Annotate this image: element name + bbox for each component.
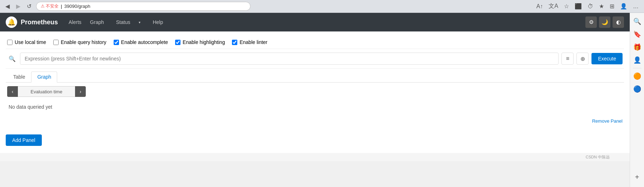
browser-chrome: ◀ ▶ ↺ ⚠ 不安全 | 39090/graph A↑ 文A ☆ ⬛ ⏱ ★ … bbox=[0, 0, 644, 13]
security-warning: ⚠ 不安全 bbox=[41, 3, 59, 9]
expression-input[interactable] bbox=[20, 53, 559, 65]
metrics-icon: ⊕ bbox=[580, 55, 585, 62]
tab-table[interactable]: Table bbox=[7, 72, 31, 82]
enable-autocomplete-label: Enable autocomplete bbox=[121, 39, 168, 45]
navbar: 🔔 Prometheus Alerts Graph Status ▾ bbox=[0, 13, 630, 31]
panel-footer: Remove Panel bbox=[6, 115, 624, 127]
query-bar: 🔍 ≡ ⊕ Execute bbox=[6, 49, 624, 69]
add-favorites-icon[interactable]: ☆ bbox=[562, 2, 571, 11]
nav-status-link[interactable]: Status ▾ bbox=[109, 15, 148, 29]
address-text: 39090/graph bbox=[64, 4, 90, 9]
enable-highlighting-option[interactable]: Enable highlighting bbox=[175, 39, 225, 45]
address-bar[interactable]: ⚠ 不安全 | 39090/graph bbox=[36, 2, 251, 11]
enable-linter-option[interactable]: Enable linter bbox=[232, 39, 267, 45]
contrast-button[interactable]: ◐ bbox=[613, 16, 624, 28]
add-panel-section: Add Panel bbox=[0, 131, 630, 153]
tabs-row: Table Graph bbox=[6, 69, 624, 83]
nav-item-status[interactable]: Status ▾ bbox=[109, 15, 148, 29]
split-screen-icon[interactable]: ⬛ bbox=[573, 2, 584, 11]
sidebar-bookmark-button[interactable]: 🔖 bbox=[631, 29, 643, 40]
enable-linter-checkbox[interactable] bbox=[232, 40, 237, 45]
timer-icon[interactable]: ⏱ bbox=[586, 2, 595, 11]
options-row: Use local time Enable query history Enab… bbox=[6, 36, 624, 49]
eval-time-row: ‹ Evaluation time › bbox=[7, 86, 623, 97]
collections-icon[interactable]: ⊞ bbox=[608, 2, 616, 11]
remove-panel-link[interactable]: Remove Panel bbox=[592, 118, 623, 124]
enable-query-history-checkbox[interactable] bbox=[53, 40, 59, 45]
metrics-explorer-button[interactable]: ⊕ bbox=[576, 53, 589, 65]
translate-icon[interactable]: A↑ bbox=[535, 2, 545, 11]
format-icon: ≡ bbox=[566, 55, 569, 62]
status-dropdown-icon: ▾ bbox=[135, 18, 144, 26]
execute-button[interactable]: Execute bbox=[591, 53, 623, 64]
address-divider: | bbox=[61, 4, 62, 9]
sidebar: 🔍 🔖 🎁 👤 🟠 🔵 + bbox=[630, 13, 644, 161]
settings-gear-button[interactable]: ⚙ bbox=[585, 16, 597, 28]
nav-status-label: Status bbox=[113, 17, 134, 27]
browser-back-button[interactable]: ◀ bbox=[4, 2, 11, 10]
enable-autocomplete-option[interactable]: Enable autocomplete bbox=[114, 39, 168, 45]
no-data-message: No data queried yet bbox=[7, 102, 623, 112]
navbar-nav: Alerts Graph Status ▾ Help bbox=[65, 15, 167, 29]
chevron-right-icon: › bbox=[80, 89, 81, 94]
nav-graph-link[interactable]: Graph bbox=[86, 17, 108, 27]
chevron-left-icon: ‹ bbox=[12, 89, 14, 94]
eval-time-next-button[interactable]: › bbox=[75, 86, 86, 97]
nav-help-link[interactable]: Help bbox=[149, 17, 167, 27]
nav-alerts-link[interactable]: Alerts bbox=[65, 17, 85, 27]
browser-reload-button[interactable]: ↺ bbox=[25, 2, 33, 10]
enable-query-history-option[interactable]: Enable query history bbox=[53, 39, 106, 45]
browser-icons-right: A↑ 文A ☆ ⬛ ⏱ ★ ⊞ 👤 … bbox=[535, 1, 640, 11]
logo-icon: 🔔 bbox=[8, 18, 15, 26]
eval-time-label: Evaluation time bbox=[31, 89, 63, 94]
use-local-time-checkbox[interactable] bbox=[7, 40, 13, 45]
sidebar-edge-button[interactable]: 🔵 bbox=[631, 83, 643, 95]
tab-graph[interactable]: Graph bbox=[31, 72, 57, 83]
nav-item-graph[interactable]: Graph bbox=[86, 17, 108, 27]
prometheus-logo: 🔔 bbox=[6, 16, 17, 28]
table-panel: ‹ Evaluation time › No data queried yet bbox=[6, 83, 624, 115]
format-button[interactable]: ≡ bbox=[561, 53, 574, 65]
enable-highlighting-label: Enable highlighting bbox=[183, 39, 225, 45]
dark-mode-button[interactable]: 🌙 bbox=[599, 16, 610, 28]
nav-item-help[interactable]: Help bbox=[149, 17, 167, 27]
enable-linter-label: Enable linter bbox=[239, 39, 267, 45]
navbar-settings: ⚙ 🌙 ◐ bbox=[585, 16, 624, 28]
favorites-icon[interactable]: ★ bbox=[597, 2, 606, 11]
sidebar-divider bbox=[633, 68, 641, 68]
nav-item-alerts[interactable]: Alerts bbox=[65, 17, 85, 27]
browser-forward-button[interactable]: ▶ bbox=[14, 2, 22, 10]
navbar-title[interactable]: Prometheus bbox=[21, 19, 58, 26]
sidebar-search-button[interactable]: 🔍 bbox=[631, 16, 643, 27]
use-local-time-label: Use local time bbox=[15, 39, 46, 45]
query-search-icon: 🔍 bbox=[7, 55, 17, 62]
profile-icon[interactable]: 👤 bbox=[618, 2, 629, 11]
immersive-reader-icon[interactable]: 文A bbox=[547, 1, 560, 11]
enable-autocomplete-checkbox[interactable] bbox=[114, 40, 119, 45]
navbar-brand: 🔔 Prometheus bbox=[6, 16, 58, 28]
add-panel-button[interactable]: Add Panel bbox=[6, 134, 42, 146]
sidebar-extension-button[interactable]: 🎁 bbox=[631, 41, 643, 53]
sidebar-office-button[interactable]: 🟠 bbox=[631, 70, 643, 82]
enable-highlighting-checkbox[interactable] bbox=[175, 40, 180, 45]
sidebar-profile-button[interactable]: 👤 bbox=[631, 54, 643, 66]
eval-time-prev-button[interactable]: ‹ bbox=[7, 86, 18, 97]
page-content: Use local time Enable query history Enab… bbox=[0, 31, 630, 131]
footer-text: CSDN 中陈远 bbox=[586, 155, 610, 159]
page-footer: CSDN 中陈远 bbox=[0, 153, 630, 161]
use-local-time-option[interactable]: Use local time bbox=[7, 39, 46, 45]
eval-time-display: Evaluation time bbox=[18, 86, 75, 97]
more-menu-icon[interactable]: … bbox=[631, 2, 640, 11]
enable-query-history-label: Enable query history bbox=[61, 39, 106, 45]
